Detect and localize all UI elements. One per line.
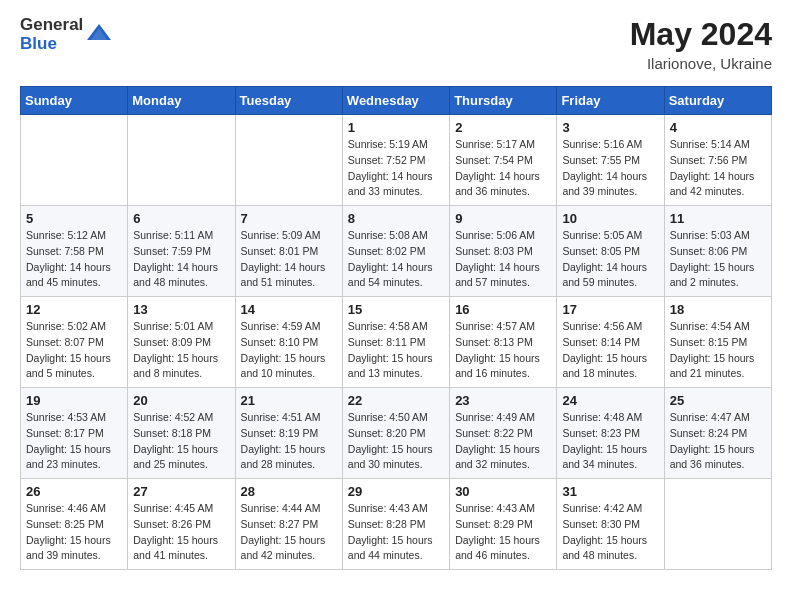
day-info: Sunrise: 4:44 AMSunset: 8:27 PMDaylight:… — [241, 501, 337, 564]
table-row: 18Sunrise: 4:54 AMSunset: 8:15 PMDayligh… — [664, 297, 771, 388]
day-number: 12 — [26, 302, 122, 317]
day-number: 7 — [241, 211, 337, 226]
day-info: Sunrise: 4:46 AMSunset: 8:25 PMDaylight:… — [26, 501, 122, 564]
table-row: 13Sunrise: 5:01 AMSunset: 8:09 PMDayligh… — [128, 297, 235, 388]
table-row: 8Sunrise: 5:08 AMSunset: 8:02 PMDaylight… — [342, 206, 449, 297]
calendar-week-row: 12Sunrise: 5:02 AMSunset: 8:07 PMDayligh… — [21, 297, 772, 388]
day-info: Sunrise: 5:12 AMSunset: 7:58 PMDaylight:… — [26, 228, 122, 291]
day-number: 23 — [455, 393, 551, 408]
day-info: Sunrise: 5:05 AMSunset: 8:05 PMDaylight:… — [562, 228, 658, 291]
day-info: Sunrise: 5:02 AMSunset: 8:07 PMDaylight:… — [26, 319, 122, 382]
table-row: 23Sunrise: 4:49 AMSunset: 8:22 PMDayligh… — [450, 388, 557, 479]
day-number: 6 — [133, 211, 229, 226]
calendar-week-row: 1Sunrise: 5:19 AMSunset: 7:52 PMDaylight… — [21, 115, 772, 206]
day-info: Sunrise: 4:53 AMSunset: 8:17 PMDaylight:… — [26, 410, 122, 473]
logo-text: General Blue — [20, 16, 83, 53]
table-row: 11Sunrise: 5:03 AMSunset: 8:06 PMDayligh… — [664, 206, 771, 297]
day-number: 4 — [670, 120, 766, 135]
day-info: Sunrise: 5:06 AMSunset: 8:03 PMDaylight:… — [455, 228, 551, 291]
day-number: 26 — [26, 484, 122, 499]
table-row: 31Sunrise: 4:42 AMSunset: 8:30 PMDayligh… — [557, 479, 664, 570]
day-info: Sunrise: 4:48 AMSunset: 8:23 PMDaylight:… — [562, 410, 658, 473]
table-row: 14Sunrise: 4:59 AMSunset: 8:10 PMDayligh… — [235, 297, 342, 388]
day-info: Sunrise: 4:57 AMSunset: 8:13 PMDaylight:… — [455, 319, 551, 382]
col-saturday: Saturday — [664, 87, 771, 115]
table-row: 3Sunrise: 5:16 AMSunset: 7:55 PMDaylight… — [557, 115, 664, 206]
day-info: Sunrise: 5:14 AMSunset: 7:56 PMDaylight:… — [670, 137, 766, 200]
title-block: May 2024 Ilarionove, Ukraine — [630, 16, 772, 72]
location: Ilarionove, Ukraine — [630, 55, 772, 72]
table-row: 24Sunrise: 4:48 AMSunset: 8:23 PMDayligh… — [557, 388, 664, 479]
day-info: Sunrise: 5:11 AMSunset: 7:59 PMDaylight:… — [133, 228, 229, 291]
table-row: 21Sunrise: 4:51 AMSunset: 8:19 PMDayligh… — [235, 388, 342, 479]
table-row: 10Sunrise: 5:05 AMSunset: 8:05 PMDayligh… — [557, 206, 664, 297]
table-row: 9Sunrise: 5:06 AMSunset: 8:03 PMDaylight… — [450, 206, 557, 297]
day-info: Sunrise: 4:54 AMSunset: 8:15 PMDaylight:… — [670, 319, 766, 382]
table-row: 22Sunrise: 4:50 AMSunset: 8:20 PMDayligh… — [342, 388, 449, 479]
table-row — [21, 115, 128, 206]
page: General Blue May 2024 Ilarionove, Ukrain… — [0, 0, 792, 612]
table-row: 4Sunrise: 5:14 AMSunset: 7:56 PMDaylight… — [664, 115, 771, 206]
month-year: May 2024 — [630, 16, 772, 53]
col-wednesday: Wednesday — [342, 87, 449, 115]
day-number: 8 — [348, 211, 444, 226]
calendar-week-row: 5Sunrise: 5:12 AMSunset: 7:58 PMDaylight… — [21, 206, 772, 297]
day-number: 21 — [241, 393, 337, 408]
logo: General Blue — [20, 16, 113, 53]
table-row: 28Sunrise: 4:44 AMSunset: 8:27 PMDayligh… — [235, 479, 342, 570]
col-friday: Friday — [557, 87, 664, 115]
day-number: 1 — [348, 120, 444, 135]
table-row — [128, 115, 235, 206]
col-sunday: Sunday — [21, 87, 128, 115]
table-row: 27Sunrise: 4:45 AMSunset: 8:26 PMDayligh… — [128, 479, 235, 570]
day-info: Sunrise: 4:45 AMSunset: 8:26 PMDaylight:… — [133, 501, 229, 564]
table-row: 5Sunrise: 5:12 AMSunset: 7:58 PMDaylight… — [21, 206, 128, 297]
day-number: 27 — [133, 484, 229, 499]
day-info: Sunrise: 4:58 AMSunset: 8:11 PMDaylight:… — [348, 319, 444, 382]
day-info: Sunrise: 5:16 AMSunset: 7:55 PMDaylight:… — [562, 137, 658, 200]
day-number: 2 — [455, 120, 551, 135]
header: General Blue May 2024 Ilarionove, Ukrain… — [20, 16, 772, 72]
day-number: 14 — [241, 302, 337, 317]
table-row — [664, 479, 771, 570]
day-number: 25 — [670, 393, 766, 408]
day-number: 30 — [455, 484, 551, 499]
day-number: 11 — [670, 211, 766, 226]
calendar-body: 1Sunrise: 5:19 AMSunset: 7:52 PMDaylight… — [21, 115, 772, 570]
day-number: 15 — [348, 302, 444, 317]
table-row: 29Sunrise: 4:43 AMSunset: 8:28 PMDayligh… — [342, 479, 449, 570]
table-row: 16Sunrise: 4:57 AMSunset: 8:13 PMDayligh… — [450, 297, 557, 388]
table-row: 30Sunrise: 4:43 AMSunset: 8:29 PMDayligh… — [450, 479, 557, 570]
day-number: 17 — [562, 302, 658, 317]
day-number: 20 — [133, 393, 229, 408]
day-number: 24 — [562, 393, 658, 408]
day-number: 9 — [455, 211, 551, 226]
day-number: 31 — [562, 484, 658, 499]
day-info: Sunrise: 5:09 AMSunset: 8:01 PMDaylight:… — [241, 228, 337, 291]
logo-blue: Blue — [20, 35, 83, 54]
day-info: Sunrise: 5:03 AMSunset: 8:06 PMDaylight:… — [670, 228, 766, 291]
table-row: 12Sunrise: 5:02 AMSunset: 8:07 PMDayligh… — [21, 297, 128, 388]
day-info: Sunrise: 4:52 AMSunset: 8:18 PMDaylight:… — [133, 410, 229, 473]
calendar-week-row: 19Sunrise: 4:53 AMSunset: 8:17 PMDayligh… — [21, 388, 772, 479]
day-number: 13 — [133, 302, 229, 317]
day-info: Sunrise: 4:50 AMSunset: 8:20 PMDaylight:… — [348, 410, 444, 473]
table-row: 15Sunrise: 4:58 AMSunset: 8:11 PMDayligh… — [342, 297, 449, 388]
day-number: 18 — [670, 302, 766, 317]
day-info: Sunrise: 5:08 AMSunset: 8:02 PMDaylight:… — [348, 228, 444, 291]
logo-general: General — [20, 16, 83, 35]
day-info: Sunrise: 4:56 AMSunset: 8:14 PMDaylight:… — [562, 319, 658, 382]
table-row: 7Sunrise: 5:09 AMSunset: 8:01 PMDaylight… — [235, 206, 342, 297]
day-number: 29 — [348, 484, 444, 499]
day-info: Sunrise: 4:42 AMSunset: 8:30 PMDaylight:… — [562, 501, 658, 564]
calendar-header: Sunday Monday Tuesday Wednesday Thursday… — [21, 87, 772, 115]
day-number: 19 — [26, 393, 122, 408]
day-info: Sunrise: 4:47 AMSunset: 8:24 PMDaylight:… — [670, 410, 766, 473]
col-monday: Monday — [128, 87, 235, 115]
day-number: 5 — [26, 211, 122, 226]
logo-icon — [85, 20, 113, 52]
calendar-week-row: 26Sunrise: 4:46 AMSunset: 8:25 PMDayligh… — [21, 479, 772, 570]
day-info: Sunrise: 5:01 AMSunset: 8:09 PMDaylight:… — [133, 319, 229, 382]
table-row: 6Sunrise: 5:11 AMSunset: 7:59 PMDaylight… — [128, 206, 235, 297]
table-row: 17Sunrise: 4:56 AMSunset: 8:14 PMDayligh… — [557, 297, 664, 388]
